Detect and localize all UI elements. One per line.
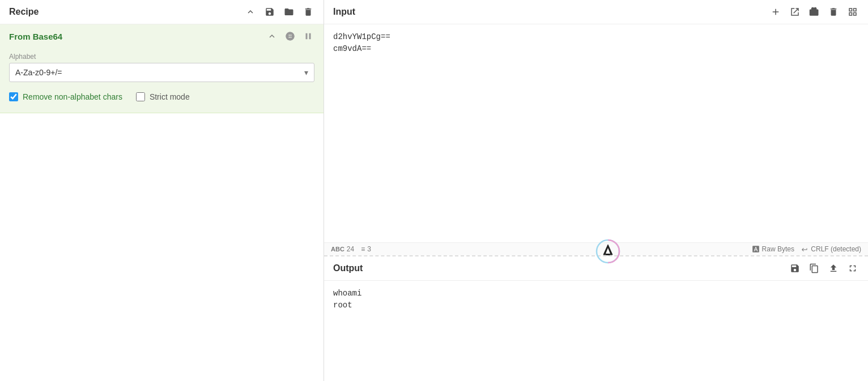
alphabet-select-wrapper: A-Za-z0-9+/= A-Za-z0-9-_= A-Za-z0-9+/ ▾ bbox=[9, 63, 314, 82]
remove-non-alphabet-checkbox[interactable] bbox=[9, 92, 18, 101]
plus-icon bbox=[771, 7, 781, 17]
open-recipe-button[interactable] bbox=[283, 6, 295, 18]
add-input-button[interactable] bbox=[769, 6, 782, 18]
input-section: Input bbox=[324, 0, 868, 256]
line-count: 3 bbox=[367, 245, 371, 253]
return-icon bbox=[801, 246, 808, 253]
save-icon bbox=[790, 263, 800, 273]
open-window-icon bbox=[790, 7, 800, 17]
send-to-input-button[interactable] bbox=[827, 262, 840, 275]
chevron-up-icon bbox=[245, 7, 256, 17]
from-base64-card: From Base64 bbox=[0, 24, 324, 113]
expand-output-button[interactable] bbox=[846, 262, 859, 275]
input-header-icons bbox=[769, 6, 859, 18]
cyberchef-logo bbox=[595, 239, 620, 264]
recipe-collapse-button[interactable] bbox=[244, 6, 257, 18]
crlf-status: CRLF (detected) bbox=[801, 245, 861, 253]
output-textarea-container: whoami root bbox=[324, 281, 868, 381]
alphabet-select[interactable]: A-Za-z0-9+/= A-Za-z0-9-_= A-Za-z0-9+/ bbox=[10, 63, 314, 82]
remove-non-alphabet-checkbox-item[interactable]: Remove non-alphabet chars bbox=[9, 92, 122, 101]
left-panel: Recipe bbox=[0, 0, 324, 381]
input-text-area-container: d2hvYW1pCg== cm9vdA== bbox=[324, 24, 868, 242]
output-header-icons bbox=[789, 262, 859, 275]
disable-icon bbox=[285, 31, 295, 41]
checkboxes-row: Remove non-alphabet chars Strict mode bbox=[9, 92, 314, 101]
strict-mode-label: Strict mode bbox=[150, 92, 190, 101]
copy-icon bbox=[809, 263, 819, 273]
char-count-item: ABC 24 bbox=[331, 245, 354, 253]
remove-non-alphabet-label: Remove non-alphabet chars bbox=[23, 92, 122, 101]
save-recipe-button[interactable] bbox=[263, 6, 276, 18]
status-right: Raw Bytes CRLF (detected) bbox=[752, 245, 861, 253]
operation-header-icons bbox=[266, 30, 314, 42]
new-window-input-button[interactable] bbox=[789, 6, 801, 18]
lines-icon: ≡ bbox=[361, 245, 365, 253]
save-icon bbox=[265, 7, 275, 17]
save-output-button[interactable] bbox=[789, 262, 801, 275]
right-panel: Input bbox=[324, 0, 868, 381]
layout-icon bbox=[848, 7, 858, 17]
svg-rect-4 bbox=[606, 254, 610, 255]
operation-body: Alphabet A-Za-z0-9+/= A-Za-z0-9-_= A-Za-… bbox=[0, 48, 324, 113]
operation-disable-button[interactable] bbox=[284, 30, 296, 42]
output-title: Output bbox=[333, 263, 363, 273]
input-status-bar: ABC 24 ≡ 3 bbox=[324, 242, 868, 255]
abc-icon: ABC bbox=[331, 246, 344, 252]
copy-output-button[interactable] bbox=[808, 262, 820, 275]
input-header: Input bbox=[324, 0, 868, 24]
operation-pause-button[interactable] bbox=[302, 30, 314, 42]
output-textarea[interactable]: whoami root bbox=[324, 281, 868, 381]
input-title: Input bbox=[333, 7, 355, 17]
cyberchef-logo-svg bbox=[595, 239, 620, 264]
recipe-title: Recipe bbox=[9, 7, 39, 17]
input-textarea[interactable]: d2hvYW1pCg== cm9vdA== bbox=[324, 24, 868, 242]
raw-bytes-button[interactable]: Raw Bytes bbox=[752, 245, 794, 253]
load-input-button[interactable] bbox=[808, 6, 820, 18]
layout-input-button[interactable] bbox=[846, 6, 859, 18]
strict-mode-checkbox-item[interactable]: Strict mode bbox=[136, 92, 190, 101]
send-to-input-icon bbox=[828, 263, 839, 273]
load-icon bbox=[809, 7, 819, 17]
operation-title: From Base64 bbox=[9, 32, 62, 41]
operation-collapse-button[interactable] bbox=[266, 30, 278, 42]
chevron-up-icon bbox=[267, 31, 277, 41]
line-count-item: ≡ 3 bbox=[361, 245, 371, 253]
delete-input-button[interactable] bbox=[827, 6, 840, 18]
crlf-label: CRLF (detected) bbox=[811, 245, 861, 253]
expand-icon bbox=[848, 263, 858, 273]
alphabet-label: Alphabet bbox=[9, 53, 314, 61]
folder-icon bbox=[284, 7, 294, 17]
raw-bytes-label: Raw Bytes bbox=[762, 245, 794, 253]
trash-icon bbox=[303, 7, 313, 17]
recipe-header-icons bbox=[244, 6, 314, 18]
pause-icon bbox=[303, 31, 313, 41]
output-section: Output bbox=[324, 256, 868, 381]
strict-mode-checkbox[interactable] bbox=[136, 92, 145, 101]
trash-icon bbox=[828, 7, 839, 17]
operation-header: From Base64 bbox=[0, 24, 324, 48]
char-count: 24 bbox=[347, 245, 354, 253]
recipe-header: Recipe bbox=[0, 0, 324, 24]
text-format-icon bbox=[752, 245, 760, 253]
delete-recipe-button[interactable] bbox=[302, 6, 314, 18]
